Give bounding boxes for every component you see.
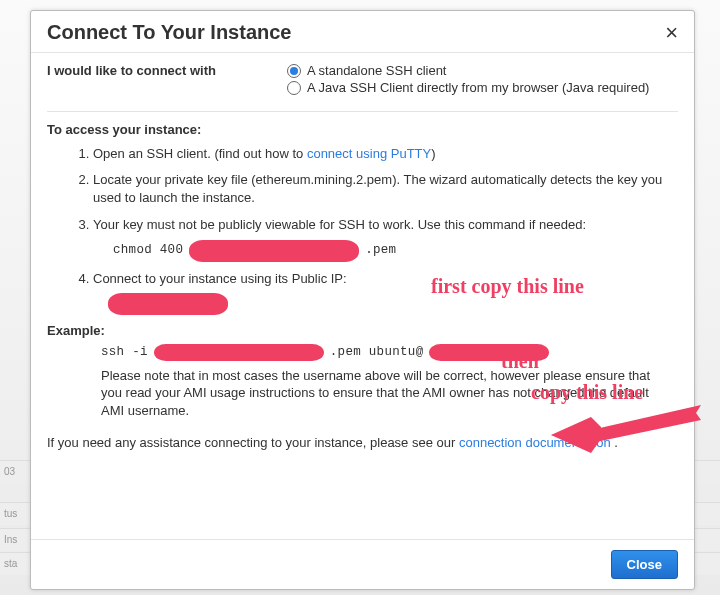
dialog-body: I would like to connect with A standalon… [31, 53, 694, 539]
step-1-suffix: ) [431, 146, 435, 161]
username-note: Please note that in most cases the usern… [101, 367, 670, 420]
radio-icon [287, 64, 301, 78]
radio-label: A Java SSH Client directly from my brows… [307, 80, 649, 95]
divider [47, 111, 678, 112]
dialog-header: Connect To Your Instance × [31, 11, 694, 53]
close-icon[interactable]: × [665, 22, 678, 44]
steps-list: Open an SSH client. (find out how to con… [47, 145, 678, 315]
chmod-suffix: .pem [365, 242, 396, 260]
chmod-prefix: chmod 400 [113, 242, 183, 260]
redacted-ip [108, 293, 228, 315]
step-2: Locate your private key file (ethereum.m… [93, 171, 678, 207]
step-3: Your key must not be publicly viewable f… [93, 216, 678, 262]
radio-icon [287, 81, 301, 95]
connection-method-row: I would like to connect with A standalon… [47, 63, 678, 97]
radio-label: A standalone SSH client [307, 63, 446, 78]
ssh-part1: ssh -i [101, 345, 148, 359]
step-1: Open an SSH client. (find out how to con… [93, 145, 678, 163]
step-4: Connect to your instance using its Publi… [93, 270, 678, 315]
access-heading: To access your instance: [47, 122, 678, 137]
connect-instance-dialog: Connect To Your Instance × I would like … [30, 10, 695, 590]
redacted-keyname [189, 240, 359, 262]
radio-option-standalone[interactable]: A standalone SSH client [287, 63, 678, 78]
ssh-part2: .pem ubuntu@ [330, 345, 424, 359]
step-4-text: Connect to your instance using its Publi… [93, 271, 347, 286]
ssh-command: ssh -i .pem ubuntu@ [101, 344, 678, 361]
putty-link[interactable]: connect using PuTTY [307, 146, 431, 161]
assist-prefix: If you need any assistance connecting to… [47, 435, 459, 450]
connection-docs-link[interactable]: connection documentation [459, 435, 611, 450]
step-3-text: Your key must not be publicly viewable f… [93, 217, 586, 232]
dialog-footer: Close [31, 539, 694, 589]
step-1-prefix: Open an SSH client. (find out how to [93, 146, 307, 161]
assistance-line: If you need any assistance connecting to… [47, 435, 678, 450]
chmod-command: chmod 400 .pem [113, 240, 678, 262]
close-button[interactable]: Close [611, 550, 678, 579]
dialog-title: Connect To Your Instance [47, 21, 291, 44]
redacted-host [429, 344, 549, 361]
connection-method-label: I would like to connect with [47, 63, 287, 97]
assist-suffix: . [611, 435, 618, 450]
radio-option-java[interactable]: A Java SSH Client directly from my brows… [287, 80, 678, 95]
redacted-keyfile [154, 344, 324, 361]
example-label: Example: [47, 323, 678, 338]
